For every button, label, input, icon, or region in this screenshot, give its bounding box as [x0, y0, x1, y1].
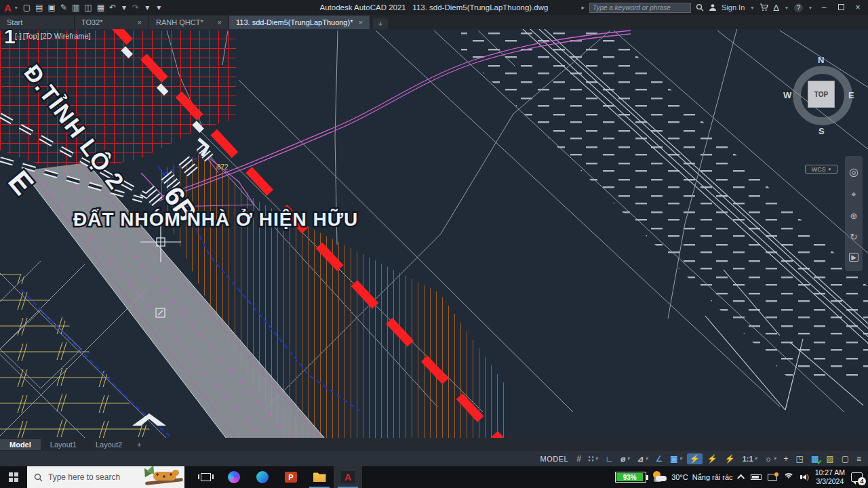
help-icon[interactable]: ?	[794, 3, 803, 12]
graphics-performance-button[interactable]: ▦✔	[808, 453, 821, 464]
plot-icon[interactable]: ▦	[97, 3, 104, 12]
steering-wheel-icon[interactable]: ◎	[849, 165, 859, 178]
plot-style-icon[interactable]: ▥	[72, 3, 79, 12]
screen-share-icon[interactable]	[768, 474, 777, 481]
new-drawing-tab-button[interactable]: +	[373, 18, 388, 29]
viewport-view-control[interactable]: [Top]	[23, 32, 39, 40]
volume-icon[interactable]: )	[800, 474, 809, 481]
polar-tracking-toggle[interactable]: ⌀▾	[618, 453, 632, 464]
tray-expand-icon[interactable]	[737, 474, 745, 482]
viewcube-east[interactable]: E	[848, 90, 854, 100]
wifi-icon[interactable]	[783, 473, 794, 481]
qat-customize-icon[interactable]: ▾	[155, 3, 162, 12]
autocad-taskbar-button[interactable]: A	[334, 466, 362, 488]
close-button[interactable]: ×	[852, 3, 864, 12]
autodesk-caret-icon[interactable]: ▾	[784, 5, 789, 11]
model-space-indicator[interactable]: MODEL	[540, 455, 569, 463]
pan-icon[interactable]: ⌖	[851, 189, 856, 200]
search-expand-icon[interactable]: ▸	[581, 4, 585, 11]
undo-icon[interactable]: ↶	[109, 3, 116, 12]
viewcube-south[interactable]: S	[818, 126, 825, 136]
weather-widget[interactable]: 30°C Nắng rải rác	[652, 470, 733, 484]
restore-button[interactable]	[835, 3, 847, 12]
app-store-cart-icon[interactable]	[760, 3, 768, 12]
viewport-visual-style-control[interactable]: [2D Wireframe]	[41, 32, 91, 40]
undo-caret-icon[interactable]: ▾	[121, 3, 127, 12]
object-snap-toggle[interactable]: ▣▾	[667, 453, 684, 464]
redo-caret-icon[interactable]: ▾	[144, 3, 151, 12]
snap-toggle[interactable]: ∷▾	[586, 453, 601, 464]
autodesk-logo-icon[interactable]: Δ	[773, 3, 779, 13]
file-explorer-button[interactable]	[305, 466, 334, 488]
open-icon[interactable]: ▤	[35, 3, 43, 12]
scale-caret-icon[interactable]: ▾	[755, 455, 757, 462]
isolate-objects-button[interactable]: ▨	[823, 453, 836, 464]
battery-tray-icon[interactable]	[751, 474, 762, 480]
clean-screen-button[interactable]: ▢	[839, 453, 852, 464]
help-caret-icon[interactable]: ▾	[808, 5, 813, 11]
viewcube-north[interactable]: N	[818, 55, 824, 65]
redo-icon[interactable]: ↷	[132, 3, 139, 12]
annotation-autoscale-toggle[interactable]: ⚡	[705, 453, 720, 464]
edge-app-button[interactable]	[248, 466, 277, 488]
ortho-toggle[interactable]: ∟	[603, 453, 616, 464]
share-icon[interactable]: ◫	[84, 3, 92, 12]
tab-to32[interactable]: TO32* ×	[75, 16, 149, 29]
help-search-input[interactable]	[589, 3, 691, 13]
snap-caret-icon[interactable]: ▾	[595, 455, 597, 462]
tab-active-drawing[interactable]: 113. sdd-Diem5(TrungLapThuong)* ×	[229, 16, 370, 29]
app-menu-caret-icon[interactable]: ▾	[14, 5, 19, 11]
drawing-area[interactable]: Đ.TỈNH LỘ 2 E 6B ĐẤT NHÓM NHÀ Ở HIỆN HỮU…	[0, 29, 868, 438]
taskbar-search-input[interactable]	[48, 472, 136, 482]
new-icon[interactable]: ▢	[23, 3, 31, 12]
save-icon[interactable]: ▣	[48, 3, 56, 12]
viewcube-top-face[interactable]: TOP	[808, 81, 835, 108]
new-layout-button[interactable]: +	[132, 439, 146, 450]
search-highlight-image[interactable]	[142, 466, 184, 488]
clock-widget[interactable]: 10:27 AM 3/3/2024	[815, 468, 845, 486]
copilot-app-button[interactable]	[220, 466, 248, 488]
polar-caret-icon[interactable]: ▾	[627, 455, 629, 462]
autocad-app-icon[interactable]: A	[0, 2, 14, 14]
search-icon[interactable]	[696, 3, 704, 12]
annotation-visibility-toggle[interactable]: ⚡	[687, 453, 703, 464]
isodraft-caret-icon[interactable]: ▾	[646, 455, 648, 462]
tab-ranh-qhct[interactable]: RANH QHCT* ×	[149, 16, 229, 29]
tab-close-icon[interactable]: ×	[218, 18, 222, 26]
tab-close-icon[interactable]: ×	[138, 18, 142, 26]
viewport-menu-control[interactable]: [-]	[15, 32, 22, 40]
showmotion-icon[interactable]: ▶	[849, 253, 859, 262]
autocad-icon: A	[341, 471, 355, 483]
notification-center-button[interactable]: 4	[851, 472, 863, 482]
tab-close-icon[interactable]: ×	[358, 18, 362, 26]
tab-model[interactable]: Model	[0, 439, 41, 450]
grid-toggle[interactable]: #	[574, 453, 584, 464]
sign-in-button[interactable]: Sign In	[722, 3, 745, 12]
zoom-icon[interactable]: ⊕	[850, 211, 858, 221]
isodraft-toggle[interactable]: ⊿▾	[635, 453, 651, 464]
sign-in-caret-icon[interactable]: ▾	[749, 5, 755, 11]
customization-button[interactable]: ≡	[854, 453, 864, 464]
powerpoint-app-button[interactable]: P	[277, 466, 305, 488]
object-snap-tracking-toggle[interactable]: ∠	[653, 453, 666, 464]
powerpoint-icon: P	[285, 472, 297, 483]
taskbar-search[interactable]	[27, 466, 184, 488]
viewcube-wcs-menu[interactable]: WCS▾	[805, 165, 837, 174]
save-as-icon[interactable]: ✎	[60, 3, 67, 12]
viewcube-west[interactable]: W	[783, 90, 791, 100]
selection-cycling-toggle[interactable]: ◳	[793, 453, 806, 464]
tab-layout1[interactable]: Layout1	[41, 439, 86, 450]
viewcube[interactable]: N S W E TOP WCS▾	[789, 56, 854, 178]
workspace-caret-icon[interactable]: ▾	[774, 455, 776, 462]
battery-widget[interactable]: 93%	[615, 472, 646, 483]
workspace-switching-button[interactable]: ☼▾	[762, 453, 779, 464]
osnap-caret-icon[interactable]: ▾	[679, 455, 682, 462]
orbit-icon[interactable]: ↻	[850, 232, 858, 242]
annotation-monitor-toggle[interactable]: ⚡	[722, 453, 738, 464]
crosshair-button[interactable]: +	[781, 453, 791, 464]
task-view-button[interactable]	[191, 466, 220, 488]
annotation-scale-button[interactable]: 1:1▾	[740, 454, 760, 464]
tab-layout2[interactable]: Layout2	[86, 439, 132, 450]
minimize-button[interactable]: –	[818, 3, 830, 12]
start-button[interactable]	[0, 466, 27, 488]
